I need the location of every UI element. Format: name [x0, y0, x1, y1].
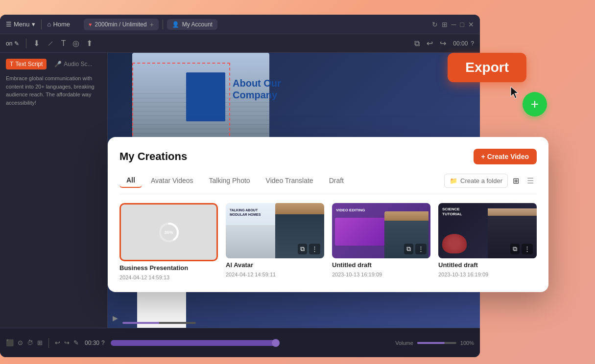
maximize-icon[interactable]: □: [460, 21, 464, 28]
thumb-3-text: VIDEO EDITING: [336, 208, 365, 213]
redo-icon[interactable]: ↪: [440, 39, 446, 48]
modal-title: My Creations: [119, 150, 187, 163]
slide-title: About Our Company: [233, 77, 281, 101]
thumb-screen: [335, 218, 389, 246]
menu-chevron-icon: ▾: [32, 21, 35, 28]
text-icon[interactable]: T: [61, 39, 66, 48]
timeline-icon-3[interactable]: ⏱: [27, 339, 33, 346]
timeline-time-display: 00:30 ?: [85, 340, 105, 346]
playback-controls: ↩ ↪ ✎: [55, 339, 79, 346]
menu-button[interactable]: ☰ Menu ▾: [6, 21, 35, 28]
modal-header: My Creations + Create Video: [119, 149, 537, 164]
close-icon[interactable]: ✕: [468, 21, 474, 28]
more-action-icon-3[interactable]: ⋮: [415, 244, 427, 254]
tab-minutes[interactable]: ♥ 2000min / Unlimited +: [84, 19, 159, 30]
tab-talking-photo[interactable]: Talking Photo: [202, 174, 257, 187]
creation-thumb-3: VIDEO EDITING ⧉ ⋮: [332, 203, 430, 258]
home-icon: ⌂: [48, 21, 51, 28]
creation-name-2: Al Avatar: [226, 261, 324, 269]
export-button[interactable]: Export: [448, 53, 526, 82]
volume-track[interactable]: [417, 342, 456, 344]
account-icon: 👤: [172, 21, 179, 28]
heart-icon: ♥: [89, 22, 92, 27]
tab-draft[interactable]: Draft: [322, 174, 351, 187]
undo-tl-icon[interactable]: ↩: [55, 339, 60, 346]
creation-item-2[interactable]: TALKING ABOUTMODULAR HOMES ⧉ ⋮ Al Avatar…: [226, 203, 324, 280]
copy-action-icon[interactable]: ⧉: [298, 244, 307, 254]
creation-date-2: 2024-04-12 14:59:11: [226, 272, 324, 277]
creation-actions-3: ⧉ ⋮: [404, 244, 427, 254]
secondary-toolbar: on ✎ ⬇ ⟋ T ◎ ⬆ ⧉ ↩ ↪ 00:00 ?: [0, 34, 480, 53]
grid-icon[interactable]: ⊞: [442, 21, 448, 28]
creation-date-3: 2023-10-13 16:19:09: [332, 272, 430, 277]
thumb-brain: [442, 234, 467, 253]
tab-add-icon[interactable]: +: [150, 21, 154, 28]
window-controls: ↻ ⊞ ─ □ ✕: [432, 21, 474, 28]
script-content: Embrace global communication with conten…: [6, 74, 101, 107]
tab-divider: [163, 20, 163, 29]
timeline-icon-1[interactable]: ⬛: [6, 339, 14, 346]
shape-icon[interactable]: ◎: [72, 39, 79, 48]
thumb-4-text: SCIENCETUTORIAL: [442, 207, 462, 216]
thumb-building: [226, 225, 280, 258]
create-video-button[interactable]: + Create Video: [474, 149, 537, 164]
progress-ring: [158, 222, 180, 243]
time-display: 00:00 ?: [453, 40, 474, 47]
grid-view-button[interactable]: ⊞: [510, 174, 522, 187]
timeline-track: [111, 340, 389, 346]
text-script-tab[interactable]: T Text Script: [6, 59, 47, 69]
creation-actions-2: ⧉ ⋮: [298, 244, 320, 254]
tab-avatar-videos[interactable]: Avatar Videos: [144, 174, 200, 187]
modal-tabs: All Avatar Videos Talking Photo Video Tr…: [119, 173, 537, 194]
playback-fill: [122, 322, 159, 324]
script-tabs: T Text Script 🎤 Audio Sc...: [6, 59, 101, 69]
creation-item-4[interactable]: SCIENCETUTORIAL ⧉ ⋮ Untitled draft 2023-…: [438, 203, 537, 280]
refresh-icon[interactable]: ↻: [432, 21, 438, 28]
left-panel: T Text Script 🎤 Audio Sc... Embrace glob…: [0, 53, 108, 328]
creation-actions-4: ⧉ ⋮: [510, 244, 533, 254]
divider: [41, 20, 42, 29]
help-icon[interactable]: ?: [471, 40, 474, 47]
timeline-divider: [48, 338, 49, 348]
audio-script-tab[interactable]: 🎤 Audio Sc...: [50, 59, 96, 69]
creation-thumb-2: TALKING ABOUTMODULAR HOMES ⧉ ⋮: [226, 203, 324, 258]
pen-tl-icon[interactable]: ✎: [73, 339, 79, 346]
volume-control: Volume 100%: [395, 340, 474, 346]
creation-thumb-4: SCIENCETUTORIAL ⧉ ⋮: [438, 203, 537, 258]
creation-item-1[interactable]: BUSINESSPRESENTATIONTEMPLATE 36% Busines…: [119, 203, 218, 280]
my-creations-modal: My Creations + Create Video All Avatar V…: [108, 137, 548, 292]
tab-bar: ♥ 2000min / Unlimited + 👤 My Account: [84, 19, 424, 30]
timeline-icon-4[interactable]: ⊞: [37, 339, 43, 346]
copy-action-icon-3[interactable]: ⧉: [404, 244, 413, 254]
playback-track: [122, 322, 196, 324]
creation-item-3[interactable]: VIDEO EDITING ⧉ ⋮ Untitled draft 2023-10…: [332, 203, 430, 280]
undo-icon[interactable]: ↩: [427, 39, 433, 48]
copy-action-icon-4[interactable]: ⧉: [510, 244, 520, 254]
cursor-icon: [509, 86, 521, 99]
track-bar: [111, 340, 278, 346]
tab-video-translate[interactable]: Video Translate: [259, 174, 320, 187]
redo-tl-icon[interactable]: ↪: [64, 339, 70, 346]
timeline: ⬛ ⊙ ⏱ ⊞ ↩ ↪ ✎ 00:30 ? Volume 100%: [0, 328, 480, 357]
timeline-controls: ⬛ ⊙ ⏱ ⊞: [6, 339, 43, 346]
create-folder-button[interactable]: 📁 Create a folder: [444, 174, 508, 188]
add-button[interactable]: +: [523, 92, 547, 116]
more-action-icon-4[interactable]: ⋮: [522, 244, 533, 254]
minimize-icon[interactable]: ─: [452, 21, 456, 28]
list-view-button[interactable]: ☰: [524, 174, 537, 187]
slash-icon[interactable]: ⟋: [47, 39, 54, 48]
creation-name-1: Business Presentation: [119, 264, 218, 272]
tab-all[interactable]: All: [119, 173, 142, 188]
more-action-icon[interactable]: ⋮: [309, 244, 320, 254]
copy-icon[interactable]: ⧉: [414, 39, 420, 48]
account-tab[interactable]: 👤 My Account: [167, 19, 217, 30]
home-button[interactable]: ⌂ Home: [48, 21, 71, 28]
view-toggle: ⊞ ☰: [510, 174, 537, 187]
download-icon[interactable]: ⬇: [33, 39, 40, 48]
play-button[interactable]: ▶: [113, 314, 118, 322]
timeline-icon-2[interactable]: ⊙: [18, 339, 23, 346]
mic-icon: 🎤: [54, 61, 62, 68]
volume-fill: [417, 342, 445, 344]
creation-thumb-1: BUSINESSPRESENTATIONTEMPLATE 36%: [119, 203, 218, 261]
upload-icon[interactable]: ⬆: [86, 39, 93, 48]
